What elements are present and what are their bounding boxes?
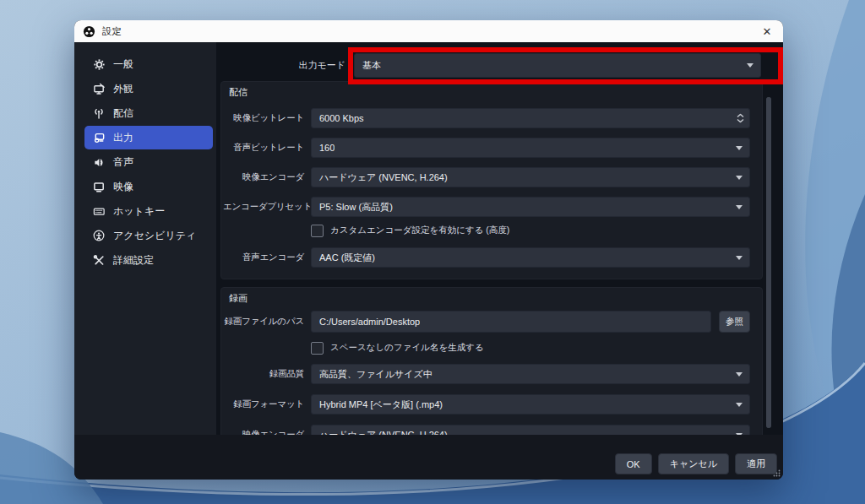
sidebar-item-label: 映像	[113, 180, 133, 194]
sidebar-item-audio[interactable]: 音声	[84, 150, 213, 174]
sidebar-item-label: 配信	[113, 106, 133, 121]
ok-button[interactable]: OK	[615, 453, 652, 474]
encoder-preset-row: エンコーダプリセット P5: Slow (高品質)	[228, 197, 750, 217]
display-icon	[93, 181, 106, 193]
gear-icon	[93, 58, 106, 71]
dialog-footer: OK キャンセル 適用	[74, 435, 783, 480]
sidebar-item-label: 詳細設定	[113, 253, 154, 268]
sidebar-item-stream[interactable]: 配信	[84, 101, 213, 125]
output-icon	[93, 132, 106, 144]
encoder-preset-dropdown[interactable]: P5: Slow (高品質)	[311, 197, 750, 217]
sidebar-item-video[interactable]: 映像	[84, 175, 213, 198]
window-title: 設定	[102, 25, 122, 38]
spinner-arrows-icon[interactable]	[737, 114, 744, 123]
recording-video-encoder-dropdown[interactable]: ハードウェア (NVENC, H.264)	[311, 425, 750, 435]
sidebar-item-label: アクセシビリティ	[113, 229, 196, 243]
accessibility-icon	[93, 230, 106, 242]
sidebar-item-label: 一般	[113, 57, 133, 72]
titlebar[interactable]: 設定 ✕	[74, 20, 783, 42]
recording-path-input[interactable]: C:/Users/admin/Desktop	[311, 311, 711, 333]
recording-video-encoder-row: 映像エンコーダ ハードウェア (NVENC, H.264)	[228, 425, 750, 435]
audio-bitrate-row: 音声ビットレート 160	[228, 138, 750, 158]
stream-section: 配信 映像ビットレート 6000 Kbps 音声ビットレート	[220, 81, 763, 279]
recording-format-row: 録画フォーマット Hybrid MP4 [ベータ版] (.mp4)	[228, 394, 750, 415]
sidebar-item-label: 音声	[113, 155, 133, 170]
section-title: 録画	[229, 292, 248, 305]
output-mode-label: 出力モード	[216, 59, 345, 72]
video-encoder-row: 映像エンコーダ ハードウェア (NVENC, H.264)	[228, 167, 750, 187]
sidebar-item-general[interactable]: 一般	[84, 52, 213, 76]
output-settings-content: 出力モード 基本 配信 映像ビットレート 6000 Kbps	[216, 42, 783, 435]
chevron-down-icon	[736, 372, 743, 380]
custom-encoder-settings-row: カスタムエンコーダ設定を有効にする (高度)	[228, 224, 750, 237]
broadcast-icon	[93, 107, 106, 120]
section-title: 配信	[229, 86, 248, 99]
cancel-button[interactable]: キャンセル	[658, 453, 729, 474]
sidebar-item-label: 外観	[113, 82, 133, 96]
audio-encoder-row: 音声エンコーダ AAC (既定値)	[228, 247, 750, 268]
settings-body: 一般 外観 配信	[74, 42, 783, 435]
recording-quality-dropdown[interactable]: 高品質、ファイルサイズ中	[311, 364, 750, 384]
sidebar-item-advanced[interactable]: 詳細設定	[84, 248, 213, 272]
appearance-icon	[93, 83, 106, 95]
desktop: 設定 ✕ 一般	[0, 0, 865, 504]
recording-format-dropdown[interactable]: Hybrid MP4 [ベータ版] (.mp4)	[311, 394, 750, 415]
chevron-down-icon	[736, 256, 743, 263]
chevron-down-icon	[736, 205, 743, 213]
apply-button[interactable]: 適用	[735, 453, 777, 474]
video-bitrate-row: 映像ビットレート 6000 Kbps	[228, 108, 750, 128]
browse-button[interactable]: 参照	[719, 311, 750, 333]
recording-quality-row: 録画品質 高品質、ファイルサイズ中	[228, 364, 750, 384]
audio-encoder-dropdown[interactable]: AAC (既定値)	[311, 247, 750, 268]
custom-encoder-checkbox[interactable]	[311, 225, 324, 237]
video-encoder-dropdown[interactable]: ハードウェア (NVENC, H.264)	[311, 167, 750, 187]
video-bitrate-spinbox[interactable]: 6000 Kbps	[311, 108, 750, 128]
no-space-filename-row: スペースなしのファイル名を生成する	[228, 341, 750, 355]
sidebar-item-label: 出力	[113, 131, 133, 145]
obs-logo-icon	[83, 25, 95, 38]
sidebar: 一般 外観 配信	[74, 42, 216, 435]
recording-section: 録画 録画ファイルのパス C:/Users/admin/Desktop 参照	[220, 287, 763, 435]
chevron-down-icon	[736, 176, 743, 183]
no-space-filename-checkbox[interactable]	[311, 342, 324, 355]
sidebar-item-accessibility[interactable]: アクセシビリティ	[84, 224, 213, 247]
tools-icon	[93, 254, 106, 267]
sidebar-item-output[interactable]: 出力	[84, 126, 213, 149]
speaker-icon	[93, 156, 106, 169]
sidebar-item-hotkeys[interactable]: ホットキー	[84, 199, 213, 223]
close-icon[interactable]: ✕	[759, 25, 775, 38]
recording-path-row: 録画ファイルのパス C:/Users/admin/Desktop 参照	[228, 311, 750, 333]
keyboard-icon	[93, 205, 106, 218]
annotation-highlight-box	[348, 47, 783, 84]
resize-grip[interactable]	[773, 469, 781, 477]
sidebar-item-appearance[interactable]: 外観	[84, 77, 213, 100]
sidebar-item-label: ホットキー	[113, 204, 165, 219]
scrollbar-thumb[interactable]	[766, 97, 771, 428]
chevron-down-icon	[736, 403, 743, 410]
chevron-down-icon	[736, 146, 743, 154]
scrollbar[interactable]	[766, 97, 771, 428]
settings-window: 設定 ✕ 一般	[74, 20, 783, 480]
audio-bitrate-dropdown[interactable]: 160	[311, 138, 750, 158]
